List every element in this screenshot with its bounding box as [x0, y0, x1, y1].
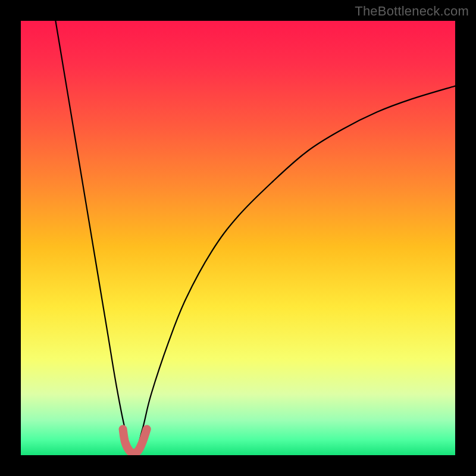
background-gradient	[21, 21, 455, 455]
plot-area	[21, 21, 455, 455]
chart-frame: TheBottleneck.com	[0, 0, 476, 476]
watermark-text: TheBottleneck.com	[355, 4, 469, 19]
svg-rect-0	[21, 21, 455, 455]
